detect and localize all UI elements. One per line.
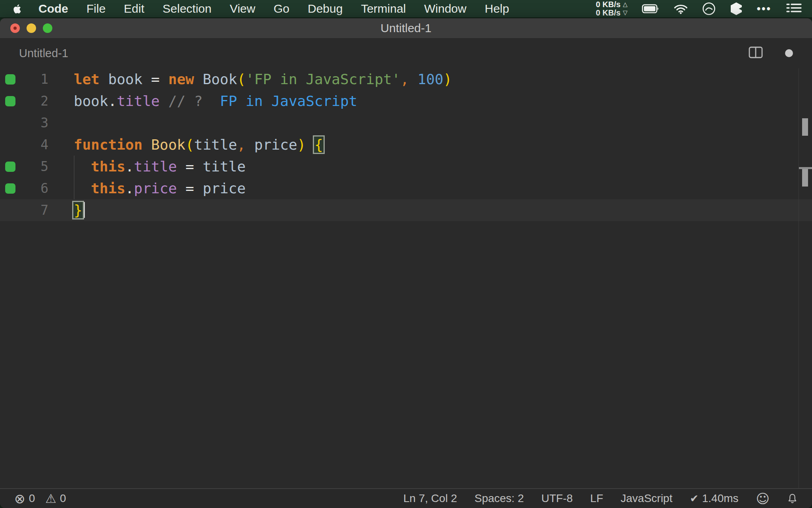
ruler-mark — [802, 118, 808, 136]
token-pl — [160, 93, 169, 109]
split-editor-icon[interactable] — [749, 46, 763, 60]
language-mode[interactable]: JavaScript — [620, 492, 672, 505]
wifi-icon[interactable] — [674, 4, 688, 14]
warning-icon: ⚠ — [45, 493, 56, 505]
code-line-7[interactable]: 7} — [0, 199, 812, 221]
error-icon: ⊗ — [14, 493, 25, 505]
token-kw: this — [91, 180, 125, 196]
token-op: . — [108, 93, 117, 109]
editor[interactable]: 1let book = new Book('FP in JavaScript',… — [0, 68, 812, 488]
code-content: book.title // ? FP in JavaScript — [48, 90, 812, 112]
code-line-5[interactable]: 5 this.title = title — [0, 156, 812, 177]
menu-bar: CodeFileEditSelectionViewGoDebugTerminal… — [0, 0, 812, 18]
encoding-setting[interactable]: UTF-8 — [541, 492, 573, 505]
menu-debug[interactable]: Debug — [308, 2, 343, 15]
code-content: this.price = price — [48, 177, 812, 199]
token-comma: , — [400, 71, 409, 87]
check-icon: ✔ — [690, 493, 699, 505]
token-kw: let — [74, 71, 100, 87]
problems-warnings[interactable]: ⚠ 0 — [45, 492, 66, 505]
line-number[interactable]: 7 — [22, 199, 48, 221]
battery-icon[interactable] — [642, 4, 659, 13]
menu-go[interactable]: Go — [274, 2, 289, 15]
warning-count: 0 — [60, 492, 66, 505]
token-pl — [74, 180, 91, 196]
code-line-2[interactable]: 2book.title // ? FP in JavaScript — [0, 90, 812, 112]
code-line-6[interactable]: 6 this.price = price — [0, 177, 812, 199]
coverage-square-icon — [5, 162, 15, 172]
feedback-smiley[interactable]: ☺ — [756, 493, 770, 505]
indentation-setting[interactable]: Spaces: 2 — [475, 492, 524, 505]
token-comma: , — [237, 137, 246, 153]
coverage-square-icon — [5, 183, 15, 194]
token-fn: Book — [151, 137, 186, 153]
menu-selection[interactable]: Selection — [163, 2, 211, 15]
line-number[interactable]: 1 — [22, 68, 48, 90]
token-id: book — [74, 93, 108, 109]
token-num: 100 — [417, 71, 443, 87]
line-number[interactable]: 6 — [22, 177, 48, 199]
token-op: = — [186, 158, 194, 175]
network-up-label: 0 KB/s — [596, 0, 620, 9]
bell-icon — [787, 493, 798, 504]
token-op: . — [125, 158, 134, 175]
token-pl — [194, 71, 203, 87]
menu-view[interactable]: View — [230, 2, 255, 15]
eol-setting[interactable]: LF — [590, 492, 603, 505]
ellipsis-menu-icon[interactable]: ••• — [757, 3, 772, 15]
token-kw: new — [168, 71, 194, 87]
menu-items: CodeFileEditSelectionViewGoDebugTerminal… — [38, 2, 509, 15]
menu-file[interactable]: File — [86, 2, 105, 15]
line-number[interactable]: 4 — [22, 134, 48, 156]
token-brk: { — [314, 137, 323, 153]
line-number[interactable]: 2 — [22, 90, 48, 112]
list-menu-icon[interactable] — [786, 3, 802, 15]
token-op: = — [186, 180, 194, 196]
token-pl — [142, 71, 151, 87]
unsaved-changes-dot[interactable] — [785, 49, 793, 57]
token-brk: } — [74, 202, 82, 218]
menu-edit[interactable]: Edit — [124, 2, 144, 15]
network-speed-indicator[interactable]: 0 KB/s 0 KB/s △ ▽ — [596, 0, 628, 17]
status-bar: ⊗ 0 ⚠ 0 Ln 7, Col 2 Spaces: 2 UTF-8 LF J… — [0, 488, 812, 508]
token-pl — [142, 137, 151, 153]
code-line-3[interactable]: 3 — [0, 112, 812, 134]
cursor-position[interactable]: Ln 7, Col 2 — [403, 492, 457, 505]
overview-ruler[interactable] — [799, 68, 812, 488]
apple-menu-icon[interactable] — [12, 4, 23, 14]
quokka-time: 1.40ms — [702, 492, 739, 505]
menu-help[interactable]: Help — [485, 2, 509, 15]
cube-app-icon[interactable] — [730, 2, 743, 15]
coverage-indicator — [0, 156, 22, 177]
line-number[interactable]: 3 — [22, 112, 48, 134]
error-count: 0 — [29, 492, 35, 505]
coverage-square-icon — [5, 96, 15, 106]
token-pl — [246, 137, 255, 153]
token-op: . — [125, 180, 134, 196]
line-number[interactable]: 5 — [22, 156, 48, 177]
gauge-monitor-icon[interactable] — [702, 2, 716, 15]
smiley-icon: ☺ — [756, 493, 770, 505]
coverage-gutter — [0, 199, 22, 221]
menu-code[interactable]: Code — [38, 2, 68, 15]
code-line-4[interactable]: 4function Book(title, price) { — [0, 134, 812, 156]
title-bar[interactable]: Untitled-1 — [0, 18, 812, 38]
token-pl — [203, 93, 220, 109]
menu-window[interactable]: Window — [424, 2, 467, 15]
ruler-mark — [802, 169, 808, 187]
bracket-match-highlight: { — [314, 134, 323, 156]
token-brk: ( — [237, 71, 246, 87]
editor-header: Untitled-1 — [0, 38, 812, 68]
quokka-status[interactable]: ✔ 1.40ms — [690, 492, 739, 505]
token-brk: ) — [443, 71, 452, 87]
screen: CodeFileEditSelectionViewGoDebugTerminal… — [0, 0, 812, 508]
problems-errors[interactable]: ⊗ 0 — [14, 492, 35, 505]
menu-bar-status: 0 KB/s 0 KB/s △ ▽ — [596, 0, 802, 17]
menu-terminal[interactable]: Terminal — [361, 2, 406, 15]
tab-label[interactable]: Untitled-1 — [19, 47, 68, 60]
notifications[interactable] — [787, 493, 798, 504]
token-brk: ( — [186, 137, 194, 153]
code-content: function Book(title, price) { — [48, 134, 812, 156]
coverage-gutter — [0, 112, 22, 134]
code-line-1[interactable]: 1let book = new Book('FP in JavaScript',… — [0, 68, 812, 90]
